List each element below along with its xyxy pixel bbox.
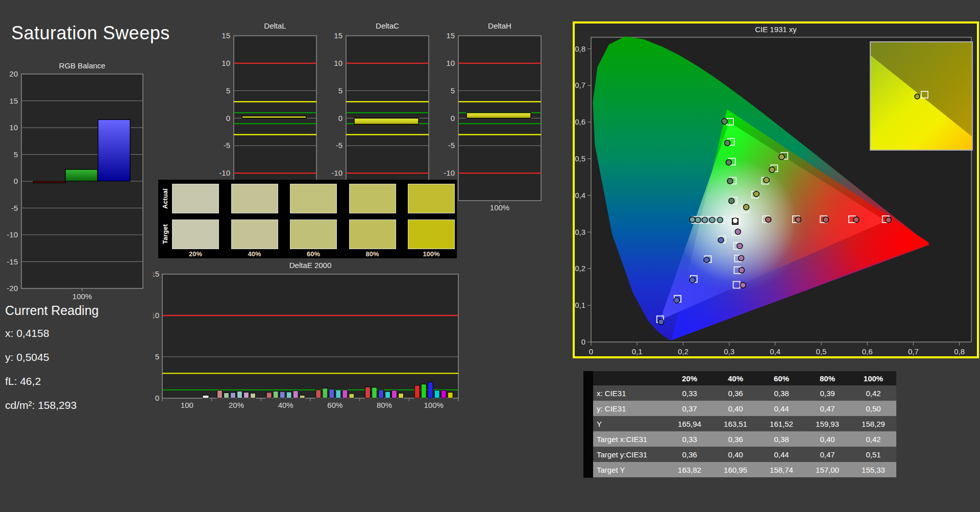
svg-text:0: 0 (338, 114, 342, 123)
deltae-xlabel-40%: 40% (278, 401, 293, 409)
svg-text:10: 10 (334, 59, 342, 67)
cie-measured-red (853, 217, 859, 223)
rgb-xlabel: 100% (72, 292, 92, 301)
rgb-ytick: 0 (14, 177, 18, 185)
rgb-ytick: -20 (7, 284, 18, 292)
swatch-col-label-20%: 20% (172, 250, 219, 258)
cie-measured-magenta (739, 267, 744, 273)
svg-text:10: 10 (222, 59, 230, 67)
table-cell: 0,50 (850, 401, 896, 416)
table-cell: 0,42 (850, 385, 896, 401)
svg-text:5: 5 (338, 86, 342, 95)
actual-swatch-100% (408, 184, 455, 213)
deltae-bar (414, 385, 420, 398)
deltae-bar (385, 392, 390, 398)
cie-measured-green (726, 160, 731, 165)
deltae-bar (293, 391, 298, 398)
svg-text:0: 0 (226, 114, 230, 123)
deltae-bar (392, 391, 397, 398)
saturation-swatch-panel: ActualTarget20%40%60%80%100% (158, 180, 457, 258)
table-row-label: Target x:CIE31 (593, 431, 667, 447)
cie-measured-magenta (737, 243, 743, 249)
swatch-col-label-40%: 40% (231, 250, 278, 258)
deltah-bar (467, 113, 531, 118)
rgb-ytick: 15 (9, 96, 18, 105)
deltae-bar (379, 390, 384, 398)
deltae-bar (441, 391, 446, 398)
target-swatch-60% (290, 220, 337, 249)
delta-e-2000-chart: DeltaE 200005101510020%40%60%80%100% (153, 261, 472, 415)
page-title: Saturation Sweeps (11, 22, 170, 44)
actual-swatch-60% (290, 184, 337, 213)
table-header-row: 20%40%60%80%100% (593, 371, 896, 385)
reading-y: y: 0,5045 (5, 351, 158, 363)
cie-measured-cyan (709, 217, 715, 223)
rgb-bar-blue (98, 119, 130, 181)
cie-title: CIE 1931 xy (755, 25, 797, 34)
rgb-bar-green (65, 169, 97, 181)
cie-ytick: 0,2 (575, 264, 585, 273)
table-col-header-60%: 60% (758, 371, 804, 385)
deltae-bar (349, 394, 354, 398)
deltae-bar (231, 393, 236, 398)
table-cell: 0,47 (804, 401, 850, 416)
svg-text:5: 5 (451, 86, 455, 95)
cie-ytick: 0,8 (575, 44, 585, 53)
table-cell: 0,37 (667, 401, 713, 416)
table-row-label: y: CIE31 (593, 401, 667, 416)
table-cell: 0,38 (758, 431, 804, 447)
table-cell: 0,42 (850, 431, 896, 447)
table-cell: 0,44 (758, 447, 804, 462)
deltac-title: DeltaC (376, 21, 399, 30)
cie-measured-cyan (690, 217, 695, 223)
cie-xtick: 0,6 (862, 347, 873, 356)
table-row-label: Target Y (593, 462, 667, 477)
deltae-xlabel-100: 100 (181, 401, 193, 409)
actual-swatch-20% (172, 184, 219, 213)
rgb-ytick: 10 (9, 123, 18, 132)
svg-text:15: 15 (222, 31, 230, 40)
cie-xtick: 0,4 (770, 347, 780, 356)
actual-swatch-80% (349, 184, 396, 213)
reading-x: x: 0,4158 (5, 327, 158, 339)
deltae-bar (224, 393, 229, 398)
deltae-bar (203, 395, 209, 398)
actual-swatch-40% (231, 184, 278, 213)
cie-measured-blue (658, 319, 664, 325)
swatch-row-label-target: Target (160, 220, 170, 249)
table-col-header-100%: 100% (850, 371, 896, 385)
saturation-data-table: 20%40%60%80%100%x: CIE310,330,360,380,39… (583, 371, 896, 478)
reading-cdm2: cd/m²: 158,293 (5, 399, 158, 411)
target-swatch-80% (349, 220, 396, 249)
cie-measured-yellow (753, 191, 759, 197)
cie-measured-red (823, 217, 829, 223)
table-header-spacer (593, 371, 667, 385)
table-cell: 0,40 (713, 401, 758, 416)
cie-xtick: 0,7 (908, 347, 919, 356)
cie-measured-yellow (779, 154, 785, 160)
table-cell: 0,36 (713, 431, 758, 447)
svg-text:-5: -5 (336, 141, 342, 150)
table-cell: 160,95 (713, 462, 758, 477)
table-row-target-y-cie31: Target y:CIE310,360,400,440,470,51 (593, 447, 896, 462)
deltae-xlabel-20%: 20% (229, 401, 244, 409)
deltae-bar (244, 392, 249, 398)
table-cell: 163,82 (667, 462, 713, 477)
table-cell: 157,00 (804, 462, 850, 477)
cie-measured-cyan (717, 217, 723, 223)
table-cell: 161,52 (758, 416, 804, 431)
deltah-title: DeltaH (488, 21, 511, 30)
cie-ytick: 0,3 (575, 228, 585, 236)
cie-measured-blue (718, 237, 724, 243)
deltae-bar (316, 390, 321, 398)
svg-text:15: 15 (334, 31, 342, 40)
table-cell: 158,74 (758, 462, 804, 477)
table-cell: 0,33 (667, 431, 713, 447)
svg-text:-10: -10 (331, 168, 342, 177)
table-cell: 165,94 (667, 416, 713, 431)
table-cell: 155,33 (850, 462, 896, 477)
cie-inset (870, 42, 972, 150)
svg-text:15: 15 (446, 31, 455, 40)
current-reading-panel: Current Reading x: 0,4158 y: 0,5045 fL: … (5, 303, 158, 423)
svg-text:0: 0 (451, 114, 455, 123)
